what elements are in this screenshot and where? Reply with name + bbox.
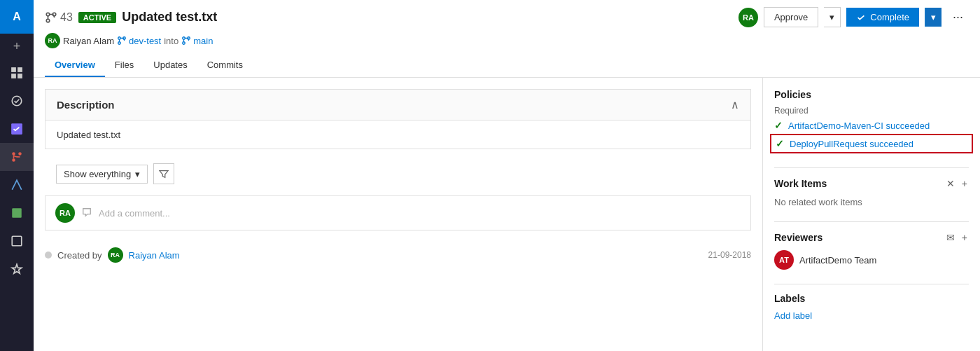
pr-icon: 43: [45, 11, 73, 24]
work-items-actions: ✕ +: [945, 177, 969, 191]
reviewers-header-row: Reviewers ✉ +: [774, 230, 969, 245]
sidebar-user-initial: A: [13, 11, 21, 23]
description-collapse-button[interactable]: ∧: [731, 98, 739, 111]
svg-point-7: [12, 158, 15, 162]
svg-rect-0: [11, 67, 16, 72]
tab-updates[interactable]: Updates: [144, 54, 197, 77]
header-row-title: 43 ACTIVE Updated test.txt RA Approve ▾ …: [45, 7, 969, 33]
filter-funnel-button[interactable]: [153, 163, 174, 184]
work-items-section: Work Items ✕ + No related work items: [774, 177, 969, 207]
policy-link-1[interactable]: ArtifactDemo-Maven-CI succeeded: [788, 121, 930, 131]
svg-point-15: [118, 42, 121, 45]
branch-to-link[interactable]: main: [181, 36, 213, 46]
header-row-meta: RA Raiyan Alam dev-test into main: [45, 33, 969, 54]
description-text: Updated test.txt: [57, 130, 120, 140]
header-left: 43 ACTIVE Updated test.txt: [45, 10, 217, 25]
approve-dropdown-button[interactable]: ▾: [824, 7, 841, 27]
policy-item-2: ✓ DeployPullRequest succeeded: [770, 134, 973, 153]
right-panel: Policies Required ✓ ArtifactDemo-Maven-C…: [763, 78, 980, 351]
svg-point-14: [118, 37, 121, 40]
svg-point-6: [12, 152, 15, 156]
svg-rect-9: [12, 208, 22, 218]
complete-button[interactable]: Complete: [846, 8, 919, 27]
labels-title: Labels: [774, 293, 969, 304]
filter-label: Show everything: [64, 169, 131, 179]
work-items-header-row: Work Items ✕ +: [774, 177, 969, 191]
author-avatar-small: RA: [45, 33, 60, 48]
tab-overview[interactable]: Overview: [45, 54, 105, 77]
svg-rect-3: [18, 74, 22, 78]
filter-chevron-icon: ▾: [135, 169, 140, 179]
activity-author-avatar: RA: [108, 247, 123, 263]
branch-from-link[interactable]: dev-test: [117, 36, 161, 46]
approve-button[interactable]: Approve: [764, 7, 818, 27]
work-items-add-button[interactable]: +: [960, 177, 969, 191]
branch-to: main: [193, 36, 213, 46]
svg-point-12: [46, 19, 50, 22]
reviewer-item-1: AT ArtifactDemo Team: [774, 250, 969, 270]
divider-1: [774, 167, 969, 168]
sidebar-item-extra2[interactable]: [0, 255, 34, 283]
svg-point-8: [18, 152, 22, 156]
svg-rect-10: [12, 236, 22, 246]
sidebar-user-icon[interactable]: A: [0, 0, 34, 34]
sidebar-item-extra1[interactable]: [0, 227, 34, 255]
work-items-title: Work Items: [774, 178, 827, 189]
sidebar-item-testplans[interactable]: [0, 115, 34, 143]
policy-item-1: ✓ ArtifactDemo-Maven-CI succeeded: [774, 120, 969, 131]
author-name: Raiyan Alam: [63, 36, 114, 46]
comment-placeholder: Add a comment...: [99, 208, 170, 219]
header-user-avatar: RA: [738, 8, 758, 27]
reviewers-actions: ✉ +: [945, 230, 969, 245]
activity-prefix: Created by: [57, 250, 102, 261]
no-work-items-text: No related work items: [774, 197, 862, 207]
more-actions-button[interactable]: ···: [947, 7, 969, 27]
add-label-link[interactable]: Add label: [774, 310, 812, 321]
approve-label: Approve: [774, 12, 808, 22]
sidebar-item-repos[interactable]: [0, 143, 34, 171]
svg-point-18: [183, 42, 186, 45]
activity-row: Created by RA Raiyan Alam 21-09-2018: [34, 242, 762, 268]
description-title: Description: [57, 99, 115, 111]
sidebar-item-artifacts[interactable]: [0, 199, 34, 227]
reviewers-add-button[interactable]: +: [960, 230, 969, 245]
reviewer-name-1: ArtifactDemo Team: [799, 255, 876, 266]
nav-tabs: Overview Files Updates Commits: [45, 54, 969, 77]
comment-area[interactable]: RA Add a comment...: [45, 195, 751, 230]
labels-section: Labels Add label: [774, 293, 969, 321]
svg-point-11: [46, 13, 50, 16]
work-items-close-button[interactable]: ✕: [945, 177, 956, 191]
pr-number: 43: [60, 11, 73, 24]
body-area: Description ∧ Updated test.txt Show ever…: [34, 78, 980, 351]
branch-into-text: into: [164, 36, 178, 46]
filter-bar: Show everything ▾: [45, 158, 751, 190]
sidebar-add-button[interactable]: +: [0, 34, 34, 59]
activity-author-link[interactable]: Raiyan Alam: [129, 250, 180, 261]
policy-link-2[interactable]: DeployPullRequest succeeded: [790, 139, 913, 149]
policy-check-icon-2: ✓: [776, 138, 784, 149]
svg-rect-1: [18, 67, 22, 72]
main-panel: Description ∧ Updated test.txt Show ever…: [34, 78, 763, 351]
tab-commits[interactable]: Commits: [197, 54, 253, 77]
policies-required-label: Required: [774, 106, 969, 116]
tab-files[interactable]: Files: [105, 54, 144, 77]
header-right: RA Approve ▾ Complete ▾ ···: [738, 7, 969, 27]
activity-author-name: Raiyan Alam: [129, 250, 180, 261]
complete-label: Complete: [870, 12, 909, 22]
activity-date: 21-09-2018: [708, 250, 751, 260]
filter-dropdown[interactable]: Show everything ▾: [56, 165, 148, 184]
svg-point-17: [183, 37, 186, 40]
pr-status-badge: ACTIVE: [78, 12, 116, 23]
sidebar-item-boards[interactable]: [0, 59, 34, 87]
complete-dropdown-button[interactable]: ▾: [925, 8, 941, 27]
policies-title: Policies: [774, 89, 969, 100]
description-body: Updated test.txt: [46, 121, 750, 149]
reviewers-section: Reviewers ✉ + AT ArtifactDemo Team: [774, 230, 969, 270]
branch-from: dev-test: [129, 36, 161, 46]
divider-3: [774, 284, 969, 284]
reviewers-email-button[interactable]: ✉: [945, 230, 956, 245]
sidebar-item-pipelines[interactable]: [0, 171, 34, 199]
sidebar: A +: [0, 0, 34, 351]
sidebar-item-check[interactable]: [0, 87, 34, 115]
description-section: Description ∧ Updated test.txt: [45, 89, 751, 149]
